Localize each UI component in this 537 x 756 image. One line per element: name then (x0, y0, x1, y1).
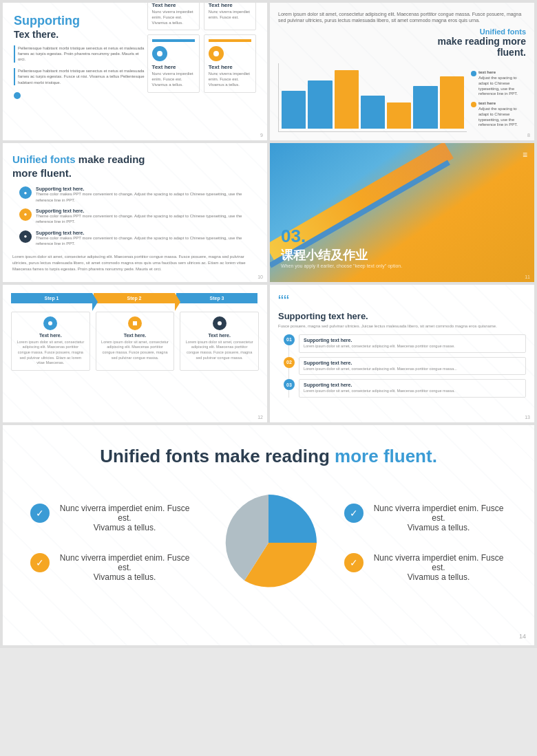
slide1-title: Supporting Tex there. (14, 14, 147, 40)
badge-2: 02 (284, 357, 295, 368)
slide6-subtext: Fusce posuere, magna sed pulvinar ultric… (278, 323, 526, 329)
bar-7 (440, 76, 464, 129)
feature1-icon: ● (19, 186, 32, 199)
step-card1-icon (43, 316, 57, 330)
slide3-num: 10 (257, 274, 263, 279)
feature-3: ● Supporting text here. Theme color make… (19, 230, 257, 247)
check-circle-1: ✓ (30, 504, 50, 523)
bar-6 (413, 86, 437, 129)
slide1-num: 9 (260, 133, 263, 138)
check-text-1: Nunc viverra imperdiet enim. Fusce est.V… (56, 504, 193, 532)
slide6-title: Supporting text here. (278, 311, 526, 321)
check-circle-3: ✓ (30, 553, 50, 572)
svg-point-3 (213, 51, 219, 56)
legend-dot-yellow (471, 102, 476, 107)
num-content-2: Supporting text here. Lorem ipsum dolor … (299, 357, 526, 376)
bar-1 (282, 91, 306, 129)
slide1-bullet2: Pellentesque habitant morbi tristique se… (14, 68, 147, 85)
legend-text-2: text here Adjust the spacing to adapt to… (478, 101, 526, 128)
card3-header (152, 39, 195, 42)
feature2-icon: ● (19, 208, 32, 221)
check-text-2: Nunc viverra imperdiet enim. Fusce est.V… (370, 504, 507, 532)
bar-2 (308, 80, 332, 129)
slide2-chart-area: text here Adjust the spacing to adapt to… (278, 63, 526, 132)
check-items-left: ✓ Nunc viverra imperdiet enim. Fusce est… (30, 504, 193, 582)
slide3-features: ● Supporting text here. Theme color make… (19, 186, 257, 246)
step-card2-icon (128, 316, 142, 330)
pie-slice-blue (268, 495, 317, 543)
slide1-card4: Text here Nunc viverra imperdiet enim. F… (204, 34, 256, 92)
bar-chart (278, 63, 467, 132)
step-2: Step 2 (94, 293, 175, 303)
slide1-cards: Text here Nunc viverra imperdiet enim. F… (147, 3, 256, 93)
slide4-menu-icon: ≡ (523, 150, 527, 160)
num-content-1: Supporting text here. Lorem ipsum dolor … (299, 334, 526, 353)
slide5-steps: Step 1 Step 2 Step 3 (11, 293, 259, 303)
legend-item-2: text here Adjust the spacing to adapt to… (471, 101, 526, 128)
feature2-text: Supporting text here. Theme color makes … (36, 208, 257, 225)
slide-large: Unified fonts make reading more fluent. … (3, 425, 534, 645)
slide5-num: 12 (257, 415, 263, 420)
slide2-header: Lorem ipsum dolor sit amet, consectetur … (278, 11, 526, 23)
check-text-4: Nunc viverra imperdiet enim. Fusce est.V… (370, 553, 507, 582)
slide1-card2: Text here Nunc viverra imperdiet enim. F… (204, 3, 256, 30)
bar-5 (387, 102, 411, 129)
pie-chart-area (207, 488, 330, 598)
step-card3-icon (213, 316, 227, 330)
legend-item-1: text here Adjust the spacing to adapt to… (471, 70, 526, 97)
feature-2: ● Supporting text here. Theme color make… (19, 208, 257, 225)
bar-4 (361, 96, 385, 129)
pie-chart (213, 488, 324, 598)
slide3-body: Lorem ipsum dolor sit amet, consectetur … (12, 254, 257, 272)
check-circle-2: ✓ (344, 504, 364, 523)
num-content-3: Supporting text here. Lorem ipsum dolor … (299, 379, 526, 398)
slide-1: Supporting Tex there. Pellentesque habit… (3, 3, 267, 140)
svg-point-4 (48, 321, 52, 325)
check-circle-4: ✓ (344, 553, 364, 572)
presentation-grid: Supporting Tex there. Pellentesque habit… (0, 0, 537, 648)
slide6-items: 01 Supporting text here. Lorem ipsum dol… (278, 334, 526, 398)
bar-3 (335, 70, 359, 129)
large-heading: Unified fonts make reading more fluent. (30, 446, 507, 467)
badge-3: 03 (284, 379, 295, 390)
feature3-text: Supporting text here. Theme color makes … (36, 230, 257, 247)
num-item-2: 02 Supporting text here. Lorem ipsum dol… (284, 357, 526, 376)
slide1-card3: Text here Nunc viverra imperdiet enim. F… (147, 34, 200, 92)
feature3-icon: ● (19, 230, 32, 243)
legend-text-1: text here Adjust the spacing to adapt to… (478, 70, 526, 97)
check-item-4: ✓ Nunc viverra imperdiet enim. Fusce est… (344, 553, 507, 582)
slide6-num: 13 (525, 415, 530, 420)
slide5-cards: Text here. Lorem ipsum dolor sit amet, c… (11, 312, 259, 371)
step-card-1: Text here. Lorem ipsum dolor sit amet, c… (11, 312, 90, 371)
step-card-3: Text here. Lorem ipsum dolor sit amet, c… (180, 312, 259, 371)
slide4-overlay: 03. 课程小结及作业 When you apply it earlier, c… (281, 226, 402, 268)
slide-2: Lorem ipsum dolor sit amet, consectetur … (270, 3, 534, 140)
slide-5: Step 1 Step 2 Step 3 Text here. Lorem ip… (3, 285, 267, 422)
step-3: Step 3 (176, 293, 257, 303)
slide2-title: Unified fonts make reading more fluent. (278, 28, 526, 58)
slide2-num: 8 (527, 133, 530, 138)
svg-point-2 (157, 51, 162, 56)
slide-6: ““ Supporting text here. Fusce posuere, … (270, 285, 534, 422)
check-item-2: ✓ Nunc viverra imperdiet enim. Fusce est… (344, 504, 507, 532)
slide3-title: Unified fonts make readingmore fluent. (12, 153, 257, 180)
slide-4: 03. 课程小结及作业 When you apply it earlier, c… (270, 143, 534, 281)
slide2-legend: text here Adjust the spacing to adapt to… (471, 70, 526, 132)
large-page-num: 14 (519, 633, 526, 640)
svg-rect-5 (133, 321, 137, 325)
check-item-1: ✓ Nunc viverra imperdiet enim. Fusce est… (30, 504, 193, 532)
card4-icon (209, 46, 224, 61)
slide1-dot (14, 92, 21, 99)
num-item-1: 01 Supporting text here. Lorem ipsum dol… (284, 334, 526, 353)
step-card-2: Text here. Lorem ipsum dolor sit amet, c… (96, 312, 175, 371)
card4-header (209, 39, 251, 42)
card3-icon (152, 46, 167, 61)
step-1: Step 1 (11, 293, 92, 303)
check-text-3: Nunc viverra imperdiet enim. Fusce est.V… (56, 553, 193, 582)
check-item-3: ✓ Nunc viverra imperdiet enim. Fusce est… (30, 553, 193, 582)
num-item-3: 03 Supporting text here. Lorem ipsum dol… (284, 379, 526, 398)
slide1-bullet1: Pellentesque habitant morbi tristique se… (14, 45, 147, 63)
svg-point-6 (218, 321, 222, 325)
slide-3: Unified fonts make readingmore fluent. ●… (3, 143, 267, 281)
slide1-card1: Text here Nunc viverra imperdiet enim. F… (147, 3, 200, 30)
